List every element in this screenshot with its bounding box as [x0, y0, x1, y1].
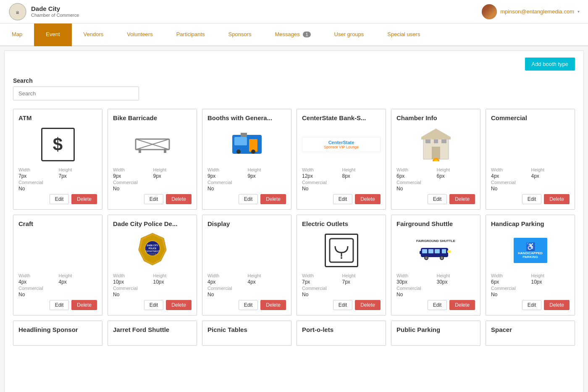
nav-item-messages[interactable]: Messages 1 — [263, 24, 323, 46]
card-title-centerstate-bank: CenterState Bank-S... — [302, 114, 381, 121]
search-section: Search — [13, 77, 575, 100]
card-title-police: Dade City Police De... — [113, 220, 192, 227]
main-content: Add booth type Search ATM $ Width Height… — [4, 50, 584, 392]
card-actions-centerstate-bank: Edit Delete — [302, 194, 381, 204]
card-meta-commercial: Width Height 4px 4px Commercial No — [491, 167, 570, 192]
nav-item-participants[interactable]: Participants — [165, 24, 217, 46]
card-title-craft: Craft — [18, 220, 97, 227]
card-meta-police: Width Height 10px 10px Commercial No — [113, 273, 192, 297]
messages-badge: 1 — [303, 32, 310, 37]
nav-item-usergroups[interactable]: User groups — [323, 24, 376, 46]
delete-button-display[interactable]: Delete — [260, 300, 286, 310]
delete-button-fairground-shuttle[interactable]: Delete — [449, 300, 475, 310]
delete-button-chamber-info[interactable]: Delete — [449, 194, 475, 204]
svg-point-39 — [441, 257, 443, 259]
edit-button-atm[interactable]: Edit — [50, 194, 69, 204]
edit-button-police[interactable]: Edit — [144, 300, 164, 310]
card-title-public-parking: Public Parking — [396, 326, 475, 333]
svg-text:POLICE: POLICE — [148, 247, 156, 250]
card-actions-display: Edit Delete — [207, 300, 286, 310]
edit-button-fairground-shuttle[interactable]: Edit — [428, 300, 447, 310]
card-booths-generator: Booths with Genera... Width Height 9px 9… — [202, 109, 291, 210]
height-value: 7px — [59, 173, 97, 179]
delete-button-commercial[interactable]: Delete — [544, 194, 570, 204]
edit-button-commercial[interactable]: Edit — [522, 194, 542, 204]
delete-button-centerstate-bank[interactable]: Delete — [355, 194, 381, 204]
svg-rect-34 — [435, 249, 440, 253]
delete-button-atm[interactable]: Delete — [71, 194, 97, 204]
card-craft: Craft Width Height 4px 4px Commercial No… — [13, 215, 102, 316]
edit-button-bike-barricade[interactable]: Edit — [144, 194, 164, 204]
card-title-atm: ATM — [18, 114, 97, 121]
cards-grid: ATM $ Width Height 7px 7px Commercial No… — [13, 109, 575, 316]
delete-button-bike-barricade[interactable]: Delete — [166, 194, 192, 204]
card-picnic-tables: Picnic Tables — [202, 321, 291, 346]
user-dropdown-arrow[interactable]: ▾ — [578, 9, 580, 14]
delete-button-electric-outlets[interactable]: Delete — [355, 300, 381, 310]
commercial-label: Commercial — [18, 180, 97, 185]
card-title-handicap-parking: Handicap Parking — [491, 220, 570, 227]
nav-item-map[interactable]: Map — [0, 24, 34, 46]
handicap-sign-icon: ♿ HANDICAPPED PARKING — [514, 238, 547, 263]
card-port-o-lets: Port-o-lets — [297, 321, 386, 346]
logo-subtitle: Chamber of Commerce — [31, 13, 79, 18]
edit-button-display[interactable]: Edit — [239, 300, 258, 310]
card-commercial: Commercial Width Height 4px 4px Commerci… — [486, 109, 575, 210]
edit-button-centerstate-bank[interactable]: Edit — [333, 194, 353, 204]
card-title-bike-barricade: Bike Barricade — [113, 114, 192, 121]
card-handicap-parking: Handicap Parking ♿ HANDICAPPED PARKING W… — [486, 215, 575, 316]
nav-item-vendors[interactable]: Vendors — [72, 24, 116, 46]
centerstate-logo: CenterState Sponsor VIP Lounge — [302, 137, 381, 152]
edit-button-handicap-parking[interactable]: Edit — [522, 300, 542, 310]
nav-item-specialusers[interactable]: Special users — [375, 24, 432, 46]
svg-text:FLORIDA: FLORIDA — [149, 253, 156, 255]
svg-point-10 — [236, 150, 241, 154]
card-title-headlining-sponsor: Headlining Sponsor — [18, 326, 97, 333]
svg-rect-5 — [139, 149, 141, 153]
police-badge-icon: DADE CITY POLICE DEPARTMENT FLORIDA — [138, 232, 167, 268]
width-value: 7px — [18, 173, 57, 179]
card-image-commercial — [491, 125, 570, 164]
card-image-booths-generator — [207, 125, 286, 164]
svg-rect-41 — [447, 250, 451, 253]
nav-item-sponsors[interactable]: Sponsors — [217, 24, 263, 46]
add-booth-type-button[interactable]: Add booth type — [525, 58, 575, 71]
search-input[interactable] — [13, 87, 139, 100]
logo-text: Dade City Chamber of Commerce — [31, 5, 79, 18]
card-image-atm: $ — [18, 125, 97, 164]
svg-rect-14 — [432, 147, 440, 159]
card-image-centerstate-bank: CenterState Sponsor VIP Lounge — [302, 125, 381, 164]
logo-icon: 🏛 — [8, 3, 27, 21]
card-title-port-o-lets: Port-o-lets — [302, 326, 381, 333]
card-public-parking: Public Parking — [391, 321, 480, 346]
svg-rect-33 — [428, 249, 433, 253]
toolbar: Add booth type — [13, 58, 575, 71]
card-title-jarret-ford-shuttle: Jarret Ford Shuttle — [113, 326, 192, 333]
svg-rect-12 — [241, 133, 247, 137]
svg-text:DADE CITY: DADE CITY — [147, 244, 158, 247]
card-title-chamber-info: Chamber Info — [396, 114, 475, 121]
delete-button-police[interactable]: Delete — [166, 300, 192, 310]
commercial-value: No — [18, 186, 97, 192]
card-actions-commercial: Edit Delete — [491, 194, 570, 204]
card-jarret-ford-shuttle: Jarret Ford Shuttle — [108, 321, 197, 346]
nav-item-event[interactable]: Event — [34, 24, 71, 46]
barricade-icon — [134, 135, 171, 154]
svg-rect-32 — [422, 249, 427, 253]
delete-button-booths-generator[interactable]: Delete — [260, 194, 286, 204]
edit-button-craft[interactable]: Edit — [50, 300, 69, 310]
card-meta-craft: Width Height 4px 4px Commercial No — [18, 273, 97, 297]
edit-button-electric-outlets[interactable]: Edit — [333, 300, 353, 310]
user-area[interactable]: mpinson@entanglemedia.com ▾ — [482, 4, 580, 19]
edit-button-booths-generator[interactable]: Edit — [239, 194, 258, 204]
card-fairground-shuttle: Fairground Shuttle FAIRGROUND SHUTTLE — [391, 215, 480, 316]
edit-button-chamber-info[interactable]: Edit — [428, 194, 447, 204]
delete-button-handicap-parking[interactable]: Delete — [544, 300, 570, 310]
nav-item-volunteers[interactable]: Volunteers — [115, 24, 164, 46]
card-actions-craft: Edit Delete — [18, 300, 97, 310]
card-image-craft — [18, 231, 97, 270]
delete-button-craft[interactable]: Delete — [71, 300, 97, 310]
chamber-icon — [419, 128, 453, 161]
card-display: Display Width Height 4px 4px Commercial … — [202, 215, 291, 316]
card-image-fairground-shuttle: FAIRGROUND SHUTTLE — [396, 231, 475, 270]
